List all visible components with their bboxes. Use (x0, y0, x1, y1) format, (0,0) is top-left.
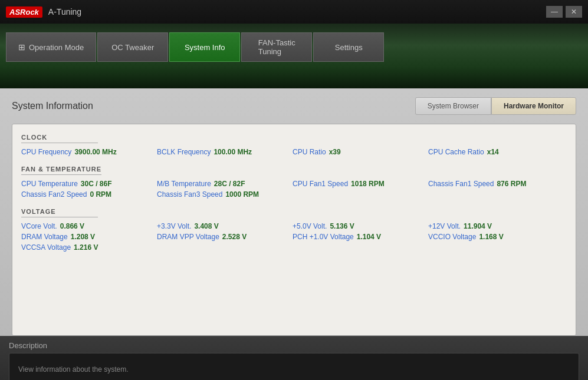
chassis-fan3: Chassis Fan3 Speed 1000 RPM (157, 190, 293, 199)
tab-oc-tweaker[interactable]: OC Tweaker (97, 32, 168, 62)
5v-volt: +5.0V Volt. 5.136 V (293, 222, 428, 230)
description-bar: Description View information about the s… (0, 336, 588, 380)
dram-volt: DRAM Voltage 1.208 V (21, 233, 157, 241)
tab-system-info[interactable]: System Info (169, 32, 240, 62)
12v-volt: +12V Volt. 11.904 V (428, 222, 564, 230)
clock-cpu-freq: CPU Frequency 3900.00 MHz (21, 148, 157, 156)
cpu-temp: CPU Temperature 30C / 86F (21, 180, 157, 188)
system-info-title: System Information (12, 101, 93, 111)
voltage-row-1: VCore Volt. 0.866 V +3.3V Volt. 3.408 V … (21, 222, 567, 230)
pch-volt-label: PCH +1.0V Voltage (293, 233, 354, 241)
fan-temp-section: FAN & TEMPERATURE CPU Temperature 30C / … (21, 165, 567, 199)
clock-row-1: CPU Frequency 3900.00 MHz BCLK Frequency… (21, 148, 567, 156)
pch-volt: PCH +1.0V Voltage 1.104 V (293, 233, 428, 241)
minimize-button[interactable]: — (546, 6, 563, 18)
12v-volt-label: +12V Volt. (428, 222, 461, 230)
clock-section: CLOCK CPU Frequency 3900.00 MHz BCLK Fre… (21, 133, 567, 156)
vcore-volt-value: 0.866 V (60, 222, 84, 230)
close-button[interactable]: ✕ (566, 6, 582, 18)
5v-volt-value: 5.136 V (330, 222, 354, 230)
header-area: ⊞ Operation Mode OC Tweaker System Info … (0, 24, 588, 88)
12v-volt-value: 11.904 V (464, 222, 492, 230)
cpu-fan1-value: 1018 RPM (351, 180, 385, 188)
view-toggle: System Browser Hardware Monitor (415, 97, 576, 115)
chassis-fan3-value: 1000 RPM (225, 190, 259, 199)
main-content: System Information System Browser Hardwa… (0, 88, 588, 336)
vccio-volt: VCCIO Voltage 1.168 V (428, 233, 564, 241)
tab-system-info-label: System Info (185, 43, 225, 52)
vcore-volt-label: VCore Volt. (21, 222, 57, 230)
clock-bclk-freq-label: BCLK Frequency (157, 148, 211, 156)
tab-fan-tastic-label: FAN-TasticTuning (258, 38, 295, 56)
voltage-row-3: VCCSA Voltage 1.216 V (21, 243, 567, 252)
vcore-volt: VCore Volt. 0.866 V (21, 222, 157, 230)
voltage-section: VOLTAGE VCore Volt. 0.866 V +3.3V Volt. … (21, 207, 567, 252)
section-header-main: System Information System Browser Hardwa… (12, 97, 576, 115)
tab-operation-mode[interactable]: ⊞ Operation Mode (6, 32, 96, 62)
asrock-logo: ASRock (6, 6, 42, 18)
tab-settings[interactable]: Settings (313, 32, 384, 62)
hardware-monitor-button[interactable]: Hardware Monitor (491, 97, 576, 115)
app-title: A-Tuning (48, 7, 81, 16)
vccio-volt-label: VCCIO Voltage (428, 233, 476, 241)
description-text: View information about the system. (18, 365, 129, 374)
3v3-volt-value: 3.408 V (194, 222, 218, 230)
tab-fan-tastic[interactable]: FAN-TasticTuning (241, 32, 312, 62)
cpu-temp-value: 30C / 86F (81, 180, 112, 188)
mb-temp-value: 28C / 82F (214, 180, 245, 188)
cpu-temp-label: CPU Temperature (21, 180, 78, 188)
description-title: Description (9, 341, 579, 350)
voltage-section-title: VOLTAGE (21, 208, 98, 217)
title-bar-controls: — ✕ (546, 6, 582, 18)
cpu-fan1: CPU Fan1 Speed 1018 RPM (293, 180, 428, 188)
nav-tabs: ⊞ Operation Mode OC Tweaker System Info … (0, 24, 588, 62)
clock-bclk-freq: BCLK Frequency 100.00 MHz (157, 148, 293, 156)
chassis-fan2-label: Chassis Fan2 Speed (21, 190, 87, 199)
chassis-fan2: Chassis Fan2 Speed 0 RPM (21, 190, 157, 199)
vccsa-volt: VCCSA Voltage 1.216 V (21, 243, 157, 252)
fan-temp-row-2: Chassis Fan2 Speed 0 RPM Chassis Fan3 Sp… (21, 190, 567, 199)
grid-icon: ⊞ (18, 42, 25, 52)
voltage-row-2: DRAM Voltage 1.208 V DRAM VPP Voltage 2.… (21, 233, 567, 241)
clock-cpu-cache-ratio-value: x14 (487, 148, 499, 156)
mb-temp: M/B Temperature 28C / 82F (157, 180, 293, 188)
title-bar-left: ASRock A-Tuning (6, 6, 81, 18)
pch-volt-value: 1.104 V (357, 233, 381, 241)
dram-volt-value: 1.208 V (71, 233, 95, 241)
5v-volt-label: +5.0V Volt. (293, 222, 327, 230)
content-panel: CLOCK CPU Frequency 3900.00 MHz BCLK Fre… (12, 124, 576, 336)
chassis-fan1-label: Chassis Fan1 Speed (428, 180, 494, 188)
clock-cpu-ratio-label: CPU Ratio (293, 148, 326, 156)
cpu-fan1-label: CPU Fan1 Speed (293, 180, 348, 188)
dram-vpp-volt: DRAM VPP Voltage 2.528 V (157, 233, 293, 241)
clock-cpu-cache-ratio-label: CPU Cache Ratio (428, 148, 484, 156)
clock-section-title: CLOCK (21, 134, 98, 143)
clock-cpu-cache-ratio: CPU Cache Ratio x14 (428, 148, 564, 156)
clock-cpu-ratio: CPU Ratio x39 (293, 148, 428, 156)
clock-cpu-freq-label: CPU Frequency (21, 148, 71, 156)
chassis-fan3-label: Chassis Fan3 Speed (157, 190, 222, 199)
mb-temp-label: M/B Temperature (157, 180, 211, 188)
description-box: View information about the system. (9, 353, 579, 380)
fan-temp-section-title: FAN & TEMPERATURE (21, 166, 101, 175)
clock-bclk-freq-value: 100.00 MHz (213, 148, 252, 156)
title-bar: ASRock A-Tuning — ✕ (0, 0, 588, 24)
dram-volt-label: DRAM Voltage (21, 233, 68, 241)
chassis-fan2-value: 0 RPM (90, 190, 111, 199)
dram-vpp-volt-label: DRAM VPP Voltage (157, 233, 219, 241)
clock-cpu-freq-value: 3900.00 MHz (74, 148, 116, 156)
3v3-volt: +3.3V Volt. 3.408 V (157, 222, 293, 230)
vccsa-volt-label: VCCSA Voltage (21, 243, 71, 252)
clock-cpu-ratio-value: x39 (329, 148, 341, 156)
fan-temp-row-1: CPU Temperature 30C / 86F M/B Temperatur… (21, 180, 567, 188)
vccio-volt-value: 1.168 V (479, 233, 503, 241)
tab-oc-tweaker-label: OC Tweaker (111, 43, 154, 52)
dram-vpp-volt-value: 2.528 V (222, 233, 247, 241)
tab-settings-label: Settings (335, 43, 363, 52)
tab-operation-mode-label: Operation Mode (29, 43, 84, 52)
chassis-fan1-value: 876 RPM (497, 180, 526, 188)
system-browser-button[interactable]: System Browser (415, 97, 491, 115)
vccsa-volt-value: 1.216 V (74, 243, 98, 252)
3v3-volt-label: +3.3V Volt. (157, 222, 191, 230)
chassis-fan1: Chassis Fan1 Speed 876 RPM (428, 180, 564, 188)
